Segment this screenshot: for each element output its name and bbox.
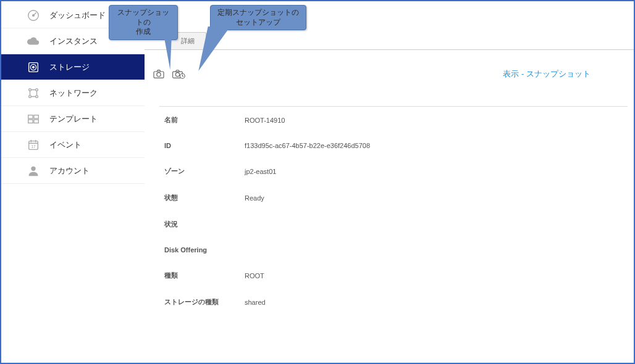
svg-rect-12 xyxy=(34,119,38,123)
recurring-snapshot-button[interactable] xyxy=(172,68,185,80)
template-icon xyxy=(26,112,41,126)
take-snapshot-button[interactable] xyxy=(152,68,166,80)
svg-rect-10 xyxy=(34,115,38,118)
calendar-icon: 17 xyxy=(26,138,41,152)
detail-row: 状況 xyxy=(159,211,628,238)
sidebar-item-label: テンプレート xyxy=(49,114,98,125)
sidebar-item-label: インスタンス xyxy=(49,36,98,47)
svg-rect-9 xyxy=(28,115,33,118)
sidebar-item-label: イベント xyxy=(49,139,82,151)
sidebar-item-label: ネットワーク xyxy=(49,88,98,99)
detail-panel: 名前 ROOT-14910 ID f133d95c-ac67-4b57-b22e… xyxy=(159,106,628,358)
detail-key: 種類 xyxy=(164,271,245,280)
detail-key: 状態 xyxy=(164,193,245,202)
detail-row: ストレージの種類 shared xyxy=(159,289,628,315)
detail-key: ストレージの種類 xyxy=(164,297,245,307)
svg-point-15 xyxy=(31,166,35,170)
svg-text:17: 17 xyxy=(31,144,36,148)
detail-value: Ready xyxy=(245,194,264,202)
detail-key: ゾーン xyxy=(164,167,245,176)
svg-point-7 xyxy=(29,95,32,97)
detail-row: ID f133d95c-ac67-4b57-b22e-e36f246d5708 xyxy=(159,133,628,158)
detail-row: 状態 Ready xyxy=(159,184,628,211)
callout-text: 定期スナップショットの セットアップ xyxy=(217,8,299,27)
callout-recurring-snapshot: 定期スナップショットの セットアップ xyxy=(210,5,306,30)
sidebar: ダッシュボード インスタンス ストレージ ネットワーク テンプレート xyxy=(1,1,145,363)
svg-point-6 xyxy=(36,88,38,91)
user-icon xyxy=(26,164,41,178)
detail-key: Disk Offering xyxy=(164,246,245,254)
gauge-icon xyxy=(26,9,41,22)
sidebar-item-accounts[interactable]: アカウント xyxy=(1,158,145,184)
svg-point-5 xyxy=(29,88,32,91)
detail-value: ROOT-14910 xyxy=(245,117,285,124)
network-icon xyxy=(26,86,41,100)
detail-row: 種類 ROOT xyxy=(159,262,628,289)
sidebar-item-storage[interactable]: ストレージ xyxy=(1,54,145,80)
sidebar-item-label: アカウント xyxy=(49,165,90,176)
svg-point-4 xyxy=(33,66,35,68)
svg-rect-11 xyxy=(28,119,33,123)
cloud-icon xyxy=(26,35,41,48)
view-snapshots-link[interactable]: 表示 - スナップショット xyxy=(503,68,591,80)
detail-value: shared xyxy=(245,299,266,306)
detail-value: ROOT xyxy=(245,272,264,279)
disk-icon xyxy=(26,60,41,74)
detail-key: 状況 xyxy=(164,220,245,229)
detail-value: jp2-east01 xyxy=(245,168,276,175)
detail-row: Disk Offering xyxy=(159,238,628,262)
detail-value: f133d95c-ac67-4b57-b22e-e36f246d5708 xyxy=(245,142,370,149)
detail-row: 名前 ROOT-14910 xyxy=(159,107,628,133)
detail-key: ID xyxy=(164,142,245,149)
sidebar-item-label: ダッシュボード xyxy=(49,10,106,21)
callout-create-snapshot: スナップショットの 作成 xyxy=(109,5,178,40)
detail-row: ゾーン jp2-east01 xyxy=(159,158,628,184)
sidebar-item-label: ストレージ xyxy=(49,62,90,73)
svg-point-17 xyxy=(157,73,161,77)
sidebar-item-network[interactable]: ネットワーク xyxy=(1,80,145,106)
svg-point-8 xyxy=(36,95,38,97)
sidebar-item-templates[interactable]: テンプレート xyxy=(1,106,145,132)
detail-key: 名前 xyxy=(164,115,245,125)
svg-point-1 xyxy=(33,14,35,16)
callout-text: スナップショットの 作成 xyxy=(117,8,169,36)
sidebar-item-events[interactable]: 17 イベント xyxy=(1,132,145,158)
svg-point-19 xyxy=(175,73,179,77)
